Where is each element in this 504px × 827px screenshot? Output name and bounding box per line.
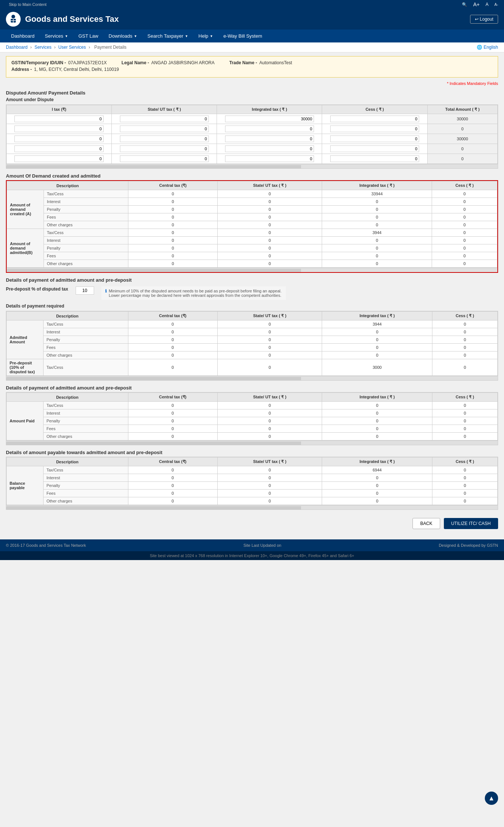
nav-downloads[interactable]: Downloads ▼ — [103, 30, 142, 42]
cell-value: 0 — [217, 221, 322, 229]
cell-value: 0 — [432, 190, 497, 198]
logout-button[interactable]: ↩ Logout — [470, 15, 498, 24]
nav-gst-law[interactable]: GST Law — [73, 30, 103, 42]
sub-row-label: Fees — [44, 344, 128, 351]
bp-col-integrated: Integrated tax ( ₹ ) — [322, 457, 432, 466]
disputed-row-2-cell-2[interactable] — [217, 134, 322, 144]
cell-value: 0 — [128, 490, 217, 497]
cell-value: 0 — [432, 425, 497, 433]
pr-col-desc: Description — [7, 312, 128, 320]
disputed-row-4-cell-3[interactable] — [322, 154, 427, 164]
cell-value: 0 — [217, 425, 322, 433]
disputed-row-2-cell-0[interactable] — [7, 134, 112, 144]
font-medium-btn[interactable]: A — [486, 2, 489, 7]
skip-main-link[interactable]: Skip to Main Content — [9, 2, 46, 7]
ap-col-state: State/ UT tax ( ₹ ) — [217, 393, 322, 402]
breadcrumb-dashboard[interactable]: Dashboard — [6, 45, 28, 50]
disputed-row-4-cell-1[interactable] — [112, 154, 217, 164]
font-small-btn[interactable]: A- — [494, 3, 498, 7]
disputed-row-2-cell-3[interactable] — [322, 134, 427, 144]
cell-value: 0 — [432, 409, 497, 417]
nav-eway-bill[interactable]: e-Way Bill System — [218, 30, 267, 42]
disputed-row-2-cell-1[interactable] — [112, 134, 217, 144]
payment-required-title: Details of payment required — [6, 303, 498, 309]
breadcrumb-services[interactable]: Services — [34, 45, 51, 50]
disputed-row-4-cell-2[interactable] — [217, 154, 322, 164]
back-button[interactable]: BACK — [412, 518, 440, 529]
disputed-row-0-cell-3[interactable] — [322, 114, 427, 124]
cell-value: 0 — [128, 425, 217, 433]
cell-value: 0 — [128, 482, 217, 490]
group-header: Amount of demand created (A) — [7, 190, 44, 229]
cell-value: 3000 — [322, 359, 432, 376]
nav-bar: Dashboard Services ▼ GST Law Downloads ▼… — [0, 30, 504, 42]
cell-value: 0 — [217, 417, 322, 425]
cell-value: 0 — [217, 351, 322, 359]
cell-value: 0 — [322, 482, 432, 490]
sub-row-label: Other charges — [44, 433, 128, 440]
cell-value: 0 — [432, 359, 497, 376]
disputed-row-1-cell-3[interactable] — [322, 124, 427, 134]
sub-row-label: Interest — [44, 328, 128, 336]
cell-value: 0 — [322, 409, 432, 417]
footer-last-updated: Site Last Updated on — [244, 543, 282, 548]
disputed-row-1-cell-2[interactable] — [217, 124, 322, 134]
disputed-row-3-cell-0[interactable] — [7, 144, 112, 154]
col-cess: Cess ( ₹ ) — [322, 105, 427, 114]
cell-value: 0 — [217, 359, 322, 376]
pr-col-central: Central tax (₹) — [128, 312, 217, 320]
nav-search-taxpayer[interactable]: Search Taxpayer ▼ — [142, 30, 193, 42]
breadcrumb-user-services[interactable]: User Services — [58, 45, 86, 50]
language-selector[interactable]: 🌐 English — [477, 45, 498, 50]
sub-row-label: Tax/Cess — [44, 466, 128, 474]
cell-value: 0 — [432, 213, 497, 221]
cell-value: 0 — [128, 229, 217, 237]
predeposit-note: ℹ Minimum of 10% of the disputed amount … — [101, 286, 286, 300]
disputed-row-1-cell-1[interactable] — [112, 124, 217, 134]
disputed-row-3-cell-3[interactable] — [322, 144, 427, 154]
sub-row-label: Other charges — [44, 351, 128, 359]
cell-value: 0 — [432, 237, 497, 244]
cell-value: 0 — [322, 433, 432, 440]
trade-name-value: AutomationsTest — [259, 60, 292, 65]
nav-dashboard[interactable]: Dashboard — [6, 30, 40, 42]
disputed-row-1-cell-0[interactable] — [7, 124, 112, 134]
sub-row-label: Fees — [44, 213, 128, 221]
utilize-itc-button[interactable]: UTILIZE ITC/ CASH — [444, 518, 498, 529]
cell-value: 0 — [432, 328, 497, 336]
sub-row-label: Tax/Cess — [44, 190, 128, 198]
cell-value: 0 — [432, 229, 497, 237]
nav-help[interactable]: Help ▼ — [193, 30, 218, 42]
cell-value: 0 — [322, 425, 432, 433]
disputed-row-3-cell-2[interactable] — [217, 144, 322, 154]
pr-col-state: State/ UT tax ( ₹ ) — [217, 312, 322, 320]
cell-value: 0 — [432, 402, 497, 409]
cell-value: 0 — [432, 344, 497, 351]
payment-required-table: Description Central tax (₹) State/ UT ta… — [6, 311, 498, 376]
gstin-value: 07AJIPA1572EO1X — [68, 60, 107, 65]
cell-value: 0 — [128, 351, 217, 359]
cell-value: 0 — [322, 213, 432, 221]
cell-value: 0 — [322, 351, 432, 359]
demand-table-wrapper: Description Central tax (₹) State/ UT ta… — [6, 180, 498, 273]
predeposit-label: Pre-deposit % of disputed tax — [6, 286, 68, 292]
disputed-row-0-cell-0[interactable] — [7, 114, 112, 124]
cell-value: 0 — [128, 206, 217, 213]
cell-value: 0 — [128, 402, 217, 409]
cell-value: 0 — [432, 244, 497, 252]
nav-services[interactable]: Services ▼ — [40, 30, 73, 42]
cell-value: 0 — [128, 359, 217, 376]
disputed-row-0-cell-2[interactable] — [217, 114, 322, 124]
font-large-btn[interactable]: A+ — [473, 1, 480, 7]
cell-value: 0 — [217, 229, 322, 237]
cell-value: 0 — [217, 244, 322, 252]
predeposit-input[interactable] — [76, 286, 94, 295]
breadcrumb: Dashboard › Services › User Services › P… — [6, 45, 128, 50]
disputed-row-3-cell-1[interactable] — [112, 144, 217, 154]
cell-value: 0 — [322, 402, 432, 409]
disputed-row-0-cell-1[interactable] — [112, 114, 217, 124]
cell-value: 0 — [217, 402, 322, 409]
amount-paid-wrapper: Description Central tax (₹) State/ UT ta… — [6, 392, 498, 445]
cell-value: 0 — [432, 482, 497, 490]
disputed-row-4-cell-0[interactable] — [7, 154, 112, 164]
